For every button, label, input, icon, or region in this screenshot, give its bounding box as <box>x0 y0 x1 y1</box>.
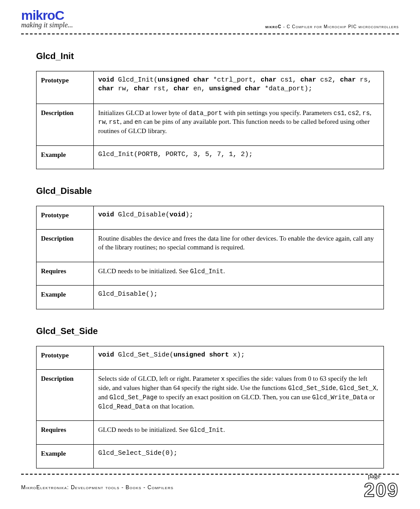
section-title-glcd-disable: Glcd_Disable <box>36 186 384 196</box>
row-label: Prototype <box>37 71 94 104</box>
table-glcd-disable: Prototype void Glcd_Disable(void); Descr… <box>36 206 384 309</box>
table-row: Prototype void Glcd_Set_Side(unsigned sh… <box>37 346 384 369</box>
page-content: Glcd_Init Prototype void Glcd_Init(unsig… <box>21 51 399 468</box>
header-brand: mikroC <box>265 24 282 29</box>
row-value-example: Glcd_Disable(); <box>94 286 384 309</box>
row-value-prototype: void Glcd_Set_Side(unsigned short x); <box>94 346 384 369</box>
table-glcd-set-side: Prototype void Glcd_Set_Side(unsigned sh… <box>36 346 384 468</box>
row-value-example: Glcd_Init(PORTB, PORTC, 3, 5, 7, 1, 2); <box>94 145 384 169</box>
table-row: Requires GLCD needs to be initialized. S… <box>37 421 384 445</box>
row-value-example: Glcd_Select_Side(0); <box>94 445 384 468</box>
row-label: Example <box>37 445 94 468</box>
row-label: Requires <box>37 262 94 286</box>
row-label: Example <box>37 286 94 309</box>
table-row: Description Initializes GLCD at lower by… <box>37 104 384 145</box>
row-value-requires: GLCD needs to be initialized. See Glcd_I… <box>94 262 384 286</box>
row-value-prototype: void Glcd_Disable(void); <box>94 206 384 229</box>
table-row: Example Glcd_Init(PORTB, PORTC, 3, 5, 7,… <box>37 145 384 169</box>
row-label: Requires <box>37 421 94 445</box>
section-title-glcd-set-side: Glcd_Set_Side <box>36 326 384 336</box>
section-title-glcd-init: Glcd_Init <box>36 51 384 61</box>
page-number: 209 <box>364 479 399 501</box>
page-header: mikroC making it simple... mikroC - C Co… <box>21 9 399 33</box>
table-row: Example Glcd_Disable(); <box>37 286 384 309</box>
header-divider <box>21 33 399 34</box>
row-label: Description <box>37 104 94 145</box>
header-desc: - C Compiler for Microchip PIC microcont… <box>281 24 399 29</box>
row-value-description: Selects side of GLCD, left or right. Par… <box>94 369 384 421</box>
row-label: Description <box>37 230 94 262</box>
table-row: Description Routine disables the device … <box>37 230 384 262</box>
row-value-prototype: void Glcd_Init(unsigned char *ctrl_port,… <box>94 71 384 104</box>
row-label: Example <box>37 145 94 169</box>
table-row: Requires GLCD needs to be initialized. S… <box>37 262 384 286</box>
row-value-description: Initializes GLCD at lower byte of data_p… <box>94 104 384 145</box>
table-row: Example Glcd_Select_Side(0); <box>37 445 384 468</box>
table-row: Description Selects side of GLCD, left o… <box>37 369 384 421</box>
footer-text: MikroElektronika: Development tools - Bo… <box>21 484 173 490</box>
footer-divider <box>21 474 399 475</box>
row-label: Prototype <box>37 346 94 369</box>
row-label: Prototype <box>37 206 94 229</box>
row-value-description: Routine disables the device and frees th… <box>94 230 384 262</box>
row-value-requires: GLCD needs to be initialized. See Glcd_I… <box>94 421 384 445</box>
table-glcd-init: Prototype void Glcd_Init(unsigned char *… <box>36 71 384 169</box>
table-row: Prototype void Glcd_Disable(void); <box>37 206 384 229</box>
table-row: Prototype void Glcd_Init(unsigned char *… <box>37 71 384 104</box>
row-label: Description <box>37 369 94 421</box>
logo: mikroC <box>21 9 399 22</box>
header-subtitle: mikroC - C Compiler for Microchip PIC mi… <box>265 24 399 29</box>
